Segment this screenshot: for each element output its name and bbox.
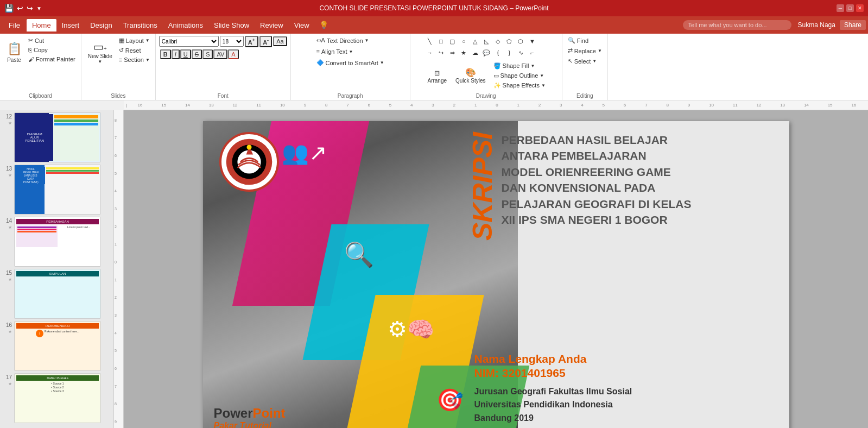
menu-design[interactable]: Design [85, 19, 117, 32]
close-button[interactable]: ✕ [856, 4, 864, 12]
menu-slideshow[interactable]: Slide Show [208, 19, 255, 32]
shapes-grid: ╲ □ ▢ ○ △ ◺ ◇ ⬠ ⬡ ▼ → ↪ ⇒ ★ ☁ 💬 { } ∿ ⌐ [424, 36, 537, 58]
shape-fill-button[interactable]: 🪣 Shape Fill ▼ [491, 61, 548, 71]
right-triangle-shape[interactable]: ◺ [481, 36, 492, 47]
quick-access-toolbar[interactable]: 💾 ↩ ↪ ▼ [4, 4, 42, 12]
title-text-block: PERBEDAAN HASIL BELAJAR ANTARA PEMBELAJA… [502, 132, 784, 228]
tell-me-input[interactable] [683, 20, 791, 30]
user-area: Sukma Naga Share [798, 20, 866, 30]
menu-file[interactable]: File [2, 19, 27, 32]
section-button[interactable]: ≡ Section ▼ [117, 55, 152, 64]
callout-shape[interactable]: 💬 [481, 47, 492, 58]
text-direction-button[interactable]: ⇔A Text Direction ▼ [314, 36, 371, 45]
convert-smartart-button[interactable]: 🔷 Convert to SmartArt ▼ [314, 58, 387, 67]
connector-shape[interactable]: ⌐ [527, 47, 537, 58]
redo-icon[interactable]: ↪ [27, 4, 33, 12]
menu-animations[interactable]: Animations [163, 19, 208, 32]
save-icon[interactable]: 💾 [4, 4, 14, 12]
slide-img-14[interactable]: PEMBAHASAN Lorem ipsum text... [14, 217, 101, 267]
font-family-select[interactable]: Calibri [159, 36, 219, 47]
bold-button[interactable]: B [160, 49, 171, 59]
notched-arrow-shape[interactable]: ⇒ [447, 47, 458, 58]
font-size-select[interactable]: 18 [220, 36, 244, 47]
quick-styles-button[interactable]: 🎨 Quick Styles [452, 59, 489, 92]
menu-transitions[interactable]: Transitions [118, 19, 163, 32]
format-painter-button[interactable]: 🖌 Format Painter [26, 55, 78, 64]
shape-effects-icon: ✨ [493, 82, 501, 89]
triangle-shape[interactable]: △ [470, 36, 480, 47]
slide-thumb-13[interactable]: 13 ★ HASILPENELITIAN(ANALISISDATAPOSTTES… [2, 165, 111, 215]
slide-img-17[interactable]: Daftar Pustaka • Source 1 • Source 2 • S… [14, 373, 101, 423]
undo-icon[interactable]: ↩ [17, 4, 23, 12]
editing-group: 🔍 Find ⇄ Replace ▼ ↖ Select ▼ Editing [562, 34, 608, 100]
slide-img-15[interactable]: SIMPULAN [14, 269, 101, 319]
char-spacing-button[interactable]: AV [213, 49, 227, 59]
share-button[interactable]: Share [840, 20, 866, 30]
main-area: 12 ★ DIAGRAMALURPENELITIAN [0, 110, 868, 428]
slide-thumb-16[interactable]: 16 ★ REKOMENDASI ! Rekomendasi content h… [2, 321, 111, 371]
smartart-icon: 🔷 [316, 59, 324, 66]
reset-icon: ↺ [119, 47, 124, 54]
menu-view[interactable]: View [289, 19, 315, 32]
institution-logo [219, 132, 279, 192]
diamond-shape[interactable]: ◇ [492, 36, 503, 47]
font-color-button[interactable]: A [228, 49, 238, 59]
new-slide-button[interactable]: ▭+ New Slide ▼ [85, 36, 116, 68]
curve-shape[interactable]: ∿ [515, 47, 526, 58]
copy-button[interactable]: ⎘ Copy [26, 46, 78, 54]
brace-shape[interactable]: } [504, 47, 515, 58]
drawing-group: ╲ □ ▢ ○ △ ◺ ◇ ⬠ ⬡ ▼ → ↪ ⇒ ★ ☁ 💬 { } ∿ ⌐ [410, 34, 562, 100]
paste-button[interactable]: 📋 Paste [3, 36, 25, 68]
watermark-line2: Pakar Tutorial [214, 421, 286, 428]
arrange-button[interactable]: ⧈ Arrange [424, 59, 450, 92]
decrease-font-button[interactable]: A- [259, 36, 272, 47]
hexagon-shape[interactable]: ⬡ [515, 36, 526, 47]
oval-shape[interactable]: ○ [458, 36, 469, 47]
clear-format-button[interactable]: Aa [273, 36, 287, 46]
cloud-shape[interactable]: ☁ [470, 47, 480, 58]
reset-button[interactable]: ↺ Reset [117, 46, 152, 55]
new-slide-dropdown[interactable]: ▼ [98, 59, 102, 64]
menu-home[interactable]: Home [27, 19, 56, 32]
customize-icon[interactable]: ▼ [36, 5, 42, 11]
find-button[interactable]: 🔍 Find [566, 36, 591, 45]
align-text-button[interactable]: ≡ Align Text ▼ [314, 47, 356, 56]
underline-button[interactable]: U [180, 49, 191, 59]
cut-button[interactable]: ✂ Cut [26, 36, 78, 45]
slide-img-12[interactable]: DIAGRAMALURPENELITIAN [14, 112, 101, 162]
more-shapes[interactable]: ▼ [527, 36, 537, 47]
slide-panel[interactable]: 12 ★ DIAGRAMALURPENELITIAN [0, 110, 114, 428]
rounded-rect-shape[interactable]: ▢ [447, 36, 458, 47]
editing-content: 🔍 Find ⇄ Replace ▼ ↖ Select ▼ [566, 36, 604, 92]
slide-thumb-12[interactable]: 12 ★ DIAGRAMALURPENELITIAN [2, 112, 111, 162]
shadow-button[interactable]: S [202, 49, 213, 59]
restore-button[interactable]: □ [846, 4, 854, 12]
slide-thumb-15[interactable]: 15 ★ SIMPULAN [2, 269, 111, 319]
canvas-area[interactable]: 👥↗ 🔍 ⚙🧠 🎯 SKRIPSI PERBEDAAN HASIL BELAJA… [124, 110, 868, 428]
menu-review[interactable]: Review [255, 19, 289, 32]
slide-img-16[interactable]: REKOMENDASI ! Rekomendasi content here..… [14, 321, 101, 371]
shape-outline-button[interactable]: ▭ Shape Outline ▼ [491, 71, 548, 80]
replace-button[interactable]: ⇄ Replace ▼ [566, 46, 604, 55]
arrow-shape[interactable]: → [424, 47, 435, 58]
slide-thumb-17[interactable]: 17 ★ Daftar Pustaka • Source 1 • Source … [2, 373, 111, 423]
minimize-button[interactable]: ─ [837, 4, 844, 12]
rect-shape[interactable]: □ [435, 36, 446, 47]
slide-img-13[interactable]: HASILPENELITIAN(ANALISISDATAPOSTTEST) [14, 165, 101, 215]
layout-button[interactable]: ▦ Layout ▼ [117, 36, 152, 45]
bracket-shape[interactable]: { [492, 47, 503, 58]
slide-canvas[interactable]: 👥↗ 🔍 ⚙🧠 🎯 SKRIPSI PERBEDAAN HASIL BELAJA… [203, 121, 789, 428]
curved-arrow-shape[interactable]: ↪ [435, 47, 446, 58]
strikethrough-button[interactable]: S [192, 49, 202, 59]
select-button[interactable]: ↖ Select ▼ [566, 56, 599, 66]
pentagon-shape[interactable]: ⬠ [504, 36, 515, 47]
star-shape[interactable]: ★ [458, 47, 469, 58]
window-controls[interactable]: ─ □ ✕ [837, 4, 864, 12]
line-shape[interactable]: ╲ [424, 36, 435, 47]
institution-area: Jurusan Geografi Fakultas Ilmu Sosial Un… [474, 385, 784, 425]
shape-effects-button[interactable]: ✨ Shape Effects ▼ [491, 81, 548, 90]
slide-thumb-14[interactable]: 14 ★ PEMBAHASAN Lorem ipsum text... [2, 217, 111, 267]
italic-button[interactable]: I [172, 49, 180, 59]
increase-font-button[interactable]: A+ [245, 36, 258, 47]
menu-insert[interactable]: Insert [56, 19, 85, 32]
